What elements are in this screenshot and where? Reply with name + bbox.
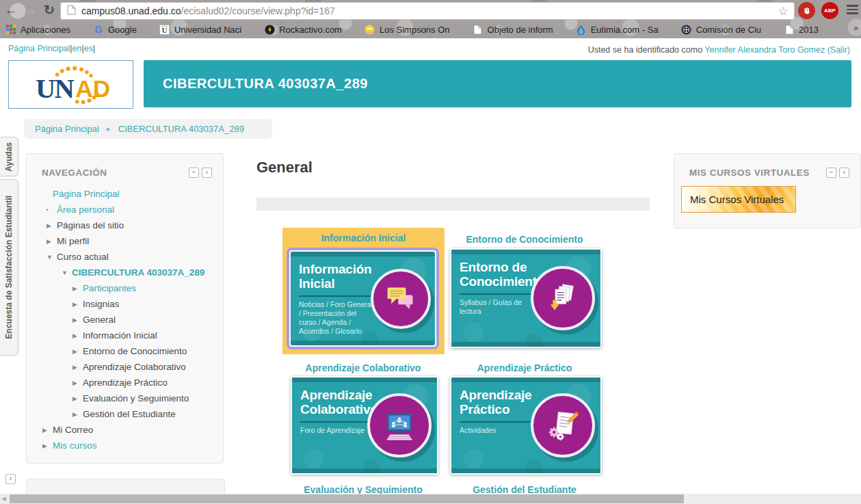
nav-item-insignias[interactable]: ▶Insignias [40,296,219,312]
tree-expanded-icon[interactable]: ▼ [47,254,57,261]
bookmark-item[interactable]: 2013 [784,24,819,35]
nav-item-participantes[interactable]: ▶Participantes [40,280,219,296]
bookmark-item[interactable]: UUniversidad Naci [159,24,241,35]
tree-collapsed-icon[interactable]: ▶ [72,301,83,308]
breadcrumb-current-link[interactable]: CIBERCULTURA 403037A_289 [118,124,244,134]
url-text[interactable]: campus08.unad.edu.co/ecisalud02/course/v… [81,5,335,16]
lang-en-link[interactable]: en [72,44,82,53]
banner-subtitle: Foro de Aprendizaje [300,426,375,435]
card-banner[interactable]: Información InicialNoticias / Foro Gener… [291,252,435,345]
card-title-link[interactable]: Aprendizaje Colaborativo [291,362,436,373]
page-favicon-icon [67,5,76,18]
tree-collapsed-icon[interactable]: ▶ [47,238,57,245]
sidetab-ayudas[interactable]: Ayudas [0,137,18,176]
tree-collapsed-icon[interactable]: ▶ [72,348,83,355]
tree-collapsed-icon[interactable]: ▶ [72,395,83,402]
bookmark-item[interactable]: Objeto de inform [473,24,553,35]
card-banner[interactable]: Aprendizaje ColaborativoForo de Aprendiz… [291,376,438,475]
nav-item-label: Mis cursos [53,440,97,451]
tree-collapsed-icon[interactable]: ▶ [72,411,83,418]
card-title-link[interactable]: Entorno de Conocimiento [450,234,599,245]
nav-item-informaci-n-inicial[interactable]: ▶Información Inicial [40,328,219,343]
user-profile-link[interactable]: Yennifer Alexandra Toro Gomez [704,45,825,55]
page-content: Página Principal|en|es| Usted se ha iden… [0,38,861,504]
lang-es-link[interactable]: es [84,44,93,53]
bookmarks-overflow-icon[interactable]: » [853,23,858,33]
horizontal-scrollbar[interactable]: ◀ [0,494,861,504]
bookmark-label: Objeto de inform [488,25,553,35]
bookmark-item[interactable]: Eutimia.com - Sa [576,24,659,35]
menu-icon[interactable] [847,5,858,16]
nav-item-entorno-de-conocimiento[interactable]: ▶Entorno de Conocimiento [40,343,219,359]
dock-block-icon[interactable]: ‹ [839,168,849,178]
nav-item-p-ginas-del-sitio[interactable]: ▶Páginas del sitio [40,217,219,233]
tree-collapsed-icon[interactable]: ▶ [72,285,83,292]
browser-chrome: ← → ↻ campus08.unad.edu.co/ecisalud02/co… [0,0,861,38]
tree-expanded-icon[interactable]: ▼ [62,269,72,276]
nav-item-gesti-n-del-estudiante[interactable]: ▶Gestión del Estudiante [40,406,219,422]
dock-restore-icon[interactable]: › [5,474,16,484]
dock-block-icon[interactable]: ‹ [202,168,212,178]
banner-divider [460,293,542,295]
nav-item--rea-personal[interactable]: ▪Área personal [40,202,219,217]
nav-item-aprendizaje-pr-ctico[interactable]: ▶Aprendizaje Práctico [40,375,219,390]
bookmark-item[interactable]: Comisión de Ciu [681,24,761,35]
sidetab-encuesta[interactable]: Encuesta de Satisfacción Estudiantil [0,179,18,356]
banner-strip [291,341,435,345]
nav-item-mi-correo[interactable]: ▶Mi Correo [40,422,219,438]
bookmark-item[interactable]: Los Simpsons On [365,24,450,35]
hand-extension-icon[interactable] [798,2,815,19]
collapse-block-icon[interactable]: − [189,168,199,178]
bookmark-item[interactable]: Rockactivo.com [264,24,342,35]
nav-item-p-gina-principal[interactable]: Página Principal [40,186,219,202]
adblock-extension-icon[interactable]: ABP [821,2,838,19]
my-courses-button[interactable]: Mis Cursos Virtuales [681,186,796,213]
bookmark-item[interactable]: GGoogle [93,24,137,35]
nav-item-curso-actual[interactable]: ▼Curso actual [40,249,219,265]
page-icon [473,24,484,35]
bookmark-star-icon[interactable]: ☆ [778,4,789,18]
nav-item-cibercultura-403037a-289[interactable]: ▼CIBERCULTURA 403037A_289 [40,265,219,280]
bookmarks-bar: AplicacionesGGoogleUUniversidad NaciRock… [0,21,861,38]
tree-collapsed-icon[interactable]: ▶ [72,380,83,386]
scroll-left-icon[interactable]: ◀ [1,494,6,504]
home-link[interactable]: Página Principal [8,44,70,53]
bookmark-item[interactable]: Aplicaciones [5,24,70,35]
tree-collapsed-icon[interactable]: ▶ [72,364,83,371]
forward-icon[interactable]: → [22,1,38,20]
my-courses-block: MIS CURSOS VIRTUALES − ‹ Mis Cursos Virt… [674,153,861,228]
breadcrumb-home-link[interactable]: Página Principal [35,124,99,134]
tree-collapsed-icon[interactable]: ▶ [72,332,83,339]
tree-collapsed-icon[interactable]: ▶ [47,222,57,229]
card-banner[interactable]: Aprendizaje PrácticoActividades [450,376,602,475]
refresh-icon[interactable]: ↻ [41,1,57,20]
logout-link[interactable]: (Salir) [827,45,850,55]
nav-item-mis-cursos[interactable]: ▶Mis cursos [40,438,219,453]
nav-item-label: Participantes [83,283,136,293]
address-bar[interactable]: campus08.unad.edu.co/ecisalud02/course/v… [60,2,795,20]
nav-item-label: Aprendizaje Práctico [83,377,168,388]
my-courses-button-label: Mis Cursos Virtuales [682,194,784,205]
unad-logo[interactable]: UN AD [8,60,133,109]
collapse-block-icon[interactable]: − [826,168,836,178]
card-banner[interactable]: Entorno de ConocimientoSyllabus / Guías … [450,248,602,348]
nav-item-general[interactable]: ▶General [40,312,219,328]
banner-subtitle: Actividades [460,426,539,435]
scrollbar-thumb[interactable] [10,494,684,503]
monitor-network-icon [367,393,432,457]
nav-item-label: Insignias [83,299,119,309]
highlighted-card[interactable]: Información InicialInformación InicialNo… [282,228,445,354]
nav-item-mi-perfil[interactable]: ▶Mi perfil [40,233,219,249]
nav-item-label: Información Inicial [83,330,157,341]
card-title-link[interactable]: Información Inicial [282,233,445,243]
nav-item-evaluaci-n-y-seguimiento[interactable]: ▶Evaluación y Seguimiento [40,390,219,406]
banner-text: Entorno de ConocimientoSyllabus / Guías … [460,261,539,316]
tree-collapsed-icon[interactable]: ▶ [72,317,83,323]
lightning-icon [264,24,275,35]
tree-collapsed-icon[interactable]: ▶ [42,427,53,434]
section-summary-bar [256,198,650,211]
back-icon[interactable]: ← [3,1,19,20]
nav-item-aprendizaje-colaborativo[interactable]: ▶Aprendizaje Colaborativo [40,359,219,375]
card-title-link[interactable]: Aprendizaje Práctico [450,362,599,373]
tree-collapsed-icon[interactable]: ▶ [42,442,53,449]
